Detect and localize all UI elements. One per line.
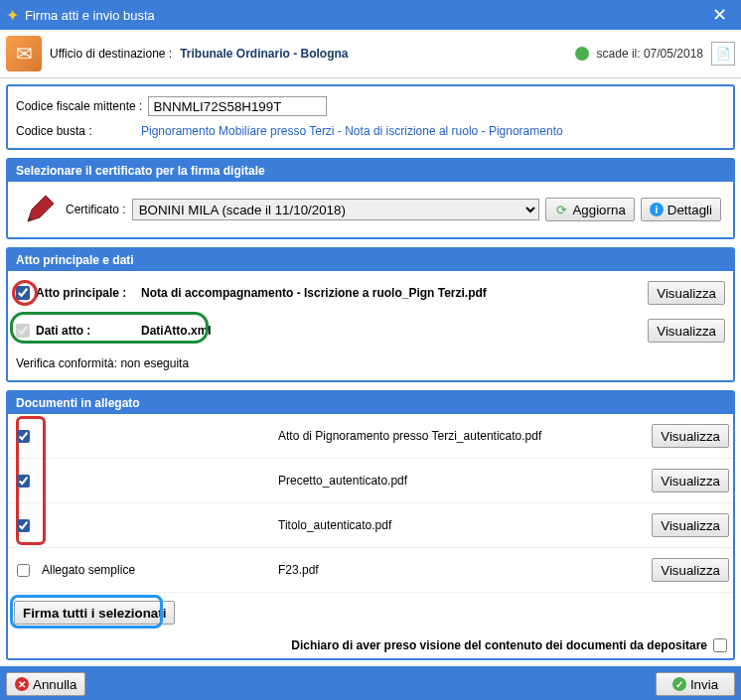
cancel-icon: ✕ <box>15 677 29 691</box>
doc-visualizza[interactable]: Visualizza <box>652 513 729 537</box>
cf-label: Codice fiscale mittente : <box>16 99 142 113</box>
envelope-icon: ✉ <box>6 36 42 71</box>
certificate-panel-title: Selezionare il certificato per la firma … <box>8 160 733 182</box>
certificate-select[interactable]: BONINI MILA (scade il 11/10/2018) <box>132 199 540 220</box>
document-icon[interactable]: 📄 <box>711 42 735 66</box>
pen-icon <box>20 192 60 227</box>
doc-checkbox[interactable] <box>17 564 30 577</box>
status-ok-icon <box>575 47 589 61</box>
documents-panel-title: Documenti in allegato <box>8 392 733 414</box>
doc-file: Titolo_autenticato.pdf <box>278 518 644 532</box>
doc-checkbox[interactable] <box>17 475 30 488</box>
doc-row: Allegato semplice F23.pdf Visualizza <box>8 548 733 593</box>
annotation-red-circle <box>12 280 38 306</box>
busta-link[interactable]: Pignoramento Mobiliare presso Terzi - No… <box>141 124 563 138</box>
send-icon: ✓ <box>672 677 686 691</box>
expiry-label: scade il: 07/05/2018 <box>597 47 703 61</box>
atto-principale-visualizza[interactable]: Visualizza <box>648 281 725 305</box>
cancel-button[interactable]: ✕ Annulla <box>6 672 85 696</box>
atto-panel: Atto principale e dati Atto principale :… <box>6 247 735 382</box>
doc-visualizza[interactable]: Visualizza <box>652 558 729 582</box>
atto-principale-label: Atto principale : <box>36 286 135 300</box>
close-button[interactable]: ✕ <box>704 4 735 26</box>
destination-label: Ufficio di destinazione : <box>50 47 172 61</box>
annotation-green-box <box>10 312 209 344</box>
window-title: Firma atti e invio busta <box>25 8 704 23</box>
atto-panel-title: Atto principale e dati <box>8 249 733 271</box>
destination-header: ✉ Ufficio di destinazione : Tribunale Or… <box>0 30 741 78</box>
dati-atto-visualizza[interactable]: Visualizza <box>648 319 725 343</box>
doc-row: Atto di Pignoramento presso Terzi_autent… <box>8 414 733 459</box>
cf-input[interactable] <box>148 96 327 116</box>
doc-checkbox[interactable] <box>17 519 30 532</box>
doc-file: Atto di Pignoramento presso Terzi_autent… <box>278 429 644 443</box>
documents-panel: Documenti in allegato Atto di Pignoramen… <box>6 390 735 660</box>
send-button[interactable]: ✓ Invia <box>656 672 735 696</box>
doc-type: Allegato semplice <box>42 563 270 577</box>
refresh-button[interactable]: ⟳ Aggiorna <box>545 198 634 221</box>
declaration-checkbox[interactable] <box>713 638 727 652</box>
doc-file: Precetto_autenticato.pdf <box>278 474 644 488</box>
certificate-label: Certificato : <box>66 203 126 216</box>
certificate-panel: Selezionare il certificato per la firma … <box>6 158 735 239</box>
atto-principale-file: Nota di accompagnamento - Iscrizione a r… <box>141 286 487 300</box>
declaration-label: Dichiaro di aver preso visione del conte… <box>291 638 707 652</box>
documents-list: Atto di Pignoramento presso Terzi_autent… <box>8 414 733 593</box>
refresh-icon: ⟳ <box>554 203 568 216</box>
footer: ✕ Annulla ✓ Invia <box>0 666 741 700</box>
titlebar: ✦ Firma atti e invio busta ✕ <box>0 0 741 30</box>
doc-row: Precetto_autenticato.pdf Visualizza <box>8 459 733 503</box>
details-button[interactable]: i Dettagli <box>641 198 721 221</box>
doc-row: Titolo_autenticato.pdf Visualizza <box>8 503 733 548</box>
doc-checkbox[interactable] <box>17 430 30 443</box>
busta-label: Codice busta : <box>16 124 135 138</box>
sign-all-button[interactable]: Firma tutti i selezionati <box>14 601 175 625</box>
window-icon: ✦ <box>6 6 19 25</box>
doc-visualizza[interactable]: Visualizza <box>652 424 729 448</box>
fiscal-panel: Codice fiscale mittente : Codice busta :… <box>6 84 735 150</box>
info-icon: i <box>650 203 664 216</box>
conformita-text: Verifica conformità: non eseguita <box>16 356 189 370</box>
doc-file: F23.pdf <box>278 563 644 577</box>
doc-visualizza[interactable]: Visualizza <box>652 469 729 492</box>
destination-value: Tribunale Ordinario - Bologna <box>180 47 348 61</box>
